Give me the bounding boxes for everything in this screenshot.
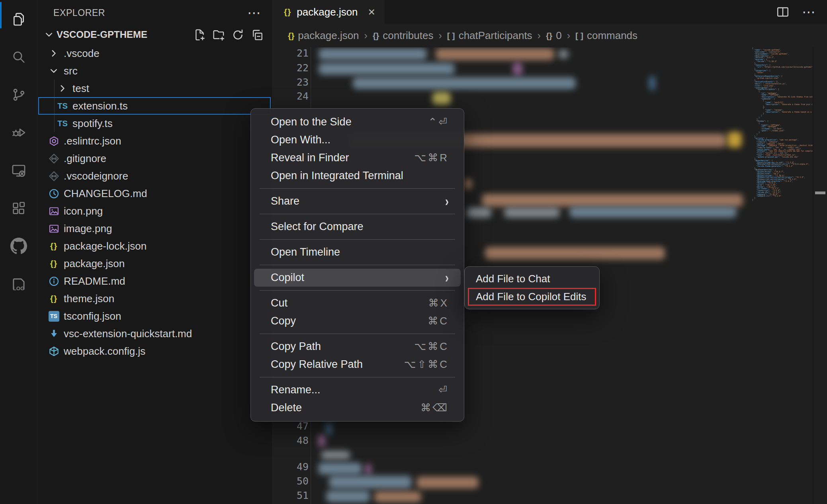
braces-icon: {} — [288, 31, 294, 41]
menu-item-open-timeline[interactable]: Open Timeline — [254, 243, 461, 261]
file-row-changelog-md[interactable]: CHANGELOG.md — [37, 185, 272, 202]
line-number: 49 — [272, 460, 309, 474]
github-icon — [10, 238, 27, 254]
activity-item-explorer[interactable] — [0, 0, 37, 38]
explorer-more-icon[interactable]: ⋯ — [247, 11, 262, 15]
menu-item-copy-path[interactable]: Copy Path⌥⌘C — [254, 338, 461, 356]
submenu-item-add-file-to-copilot-edits[interactable]: Add File to Copilot Edits — [468, 288, 596, 306]
image-file-icon — [48, 205, 60, 217]
menu-item-shortcut: ⌃⏎ — [428, 116, 449, 128]
file-row-package-json[interactable]: {}package.json — [37, 255, 272, 272]
activity-item-remote-explorer[interactable] — [0, 151, 37, 189]
activity-item-output-log[interactable]: LOG — [0, 265, 37, 303]
file-row-image-png[interactable]: image.png — [37, 220, 272, 237]
file-row-extension-ts[interactable]: TSextension.ts — [37, 97, 272, 115]
menu-item-select-for-compare[interactable]: Select for Compare — [254, 218, 461, 236]
activity-item-github[interactable] — [0, 227, 37, 265]
file-label: webpack.config.js — [64, 345, 145, 357]
file-row-theme-json[interactable]: {}theme.json — [37, 290, 272, 307]
menu-item-label: Delete — [271, 402, 302, 414]
blurred-code-blob — [467, 207, 491, 218]
blurred-code-blob — [727, 132, 742, 148]
breadcrumb-item-contributes[interactable]: {}contributes — [373, 29, 434, 42]
workspace-section-header[interactable]: VSCODE-GPTHEME — [37, 25, 272, 44]
editor-more-actions-icon[interactable]: ⋯ — [802, 10, 817, 14]
minimap[interactable]: { "name": "vscode-gptheme", "publisher":… — [751, 47, 813, 504]
new-file-button[interactable] — [194, 29, 206, 41]
menu-item-label: Open to the Side — [271, 116, 352, 128]
explorer-actions — [194, 29, 272, 41]
blurred-code-blob — [365, 464, 371, 475]
menu-item-open-in-integrated-terminal[interactable]: Open in Integrated Terminal — [254, 167, 461, 185]
activity-item-extensions[interactable] — [0, 189, 37, 227]
breadcrumb-item-package.json[interactable]: {}package.json — [288, 29, 359, 42]
explorer-title: EXPLORER — [53, 8, 105, 18]
debug-icon — [11, 125, 27, 141]
search-icon — [11, 49, 27, 65]
file-row-icon-png[interactable]: icon.png — [37, 202, 272, 220]
log-icon: LOG — [10, 275, 27, 292]
menu-item-open-to-the-side[interactable]: Open to the Side⌃⏎ — [254, 113, 461, 131]
file-row--vscode[interactable]: .vscode — [37, 45, 272, 62]
breadcrumb-label: contributes — [383, 29, 433, 42]
activity-item-run-debug[interactable] — [0, 113, 37, 151]
submenu-item-add-file-to-chat[interactable]: Add File to Chat — [467, 270, 597, 288]
activity-item-source-control[interactable] — [0, 76, 37, 113]
file-row-webpack-config-js[interactable]: webpack.config.js — [37, 342, 272, 360]
tab-package-json[interactable]: {} package.json × — [272, 0, 385, 24]
tab-bar: {} package.json × ⋯ — [272, 0, 827, 24]
file-row-tsconfig-json[interactable]: TStsconfig.json — [37, 307, 272, 325]
file-row--gitignore[interactable]: .gitignore — [37, 150, 272, 167]
file-row--eslintrc-json[interactable]: .eslintrc.json — [37, 132, 272, 150]
brackets-icon: [ ] — [447, 31, 455, 41]
blurred-code-blob — [374, 491, 421, 502]
menu-item-copy[interactable]: Copy⌘C — [254, 312, 461, 330]
new-folder-button[interactable] — [213, 29, 225, 41]
file-label: theme.json — [64, 293, 114, 305]
breadcrumb-item-chatparticipants[interactable]: [ ]chatParticipants — [447, 29, 532, 42]
menu-divider — [260, 334, 455, 334]
file-row--vscodeignore[interactable]: .vscodeignore — [37, 167, 272, 185]
menu-item-copilot[interactable]: Copilot› — [254, 269, 461, 287]
file-label: .vscodeignore — [64, 170, 128, 182]
eslint-file-icon — [48, 135, 60, 147]
json-file-icon: {} — [284, 7, 291, 17]
refresh-explorer-button[interactable] — [232, 29, 244, 41]
file-row-test[interactable]: test — [37, 80, 272, 97]
file-row-src[interactable]: src — [37, 62, 272, 80]
menu-item-delete[interactable]: Delete⌘⌫ — [254, 399, 461, 417]
breadcrumb-item-0[interactable]: {}0 — [546, 29, 562, 42]
submenu-arrow-icon: › — [445, 193, 449, 209]
menu-item-reveal-in-finder[interactable]: Reveal in Finder⌥⌘R — [254, 149, 461, 167]
menu-item-cut[interactable]: Cut⌘X — [254, 294, 461, 312]
menu-item-open-with[interactable]: Open With... — [254, 131, 461, 149]
menu-item-label: Copy Path — [271, 340, 321, 353]
file-label: README.md — [64, 275, 125, 287]
menu-item-label: Copilot — [271, 272, 304, 284]
menu-divider — [260, 239, 455, 240]
menu-divider — [260, 214, 455, 214]
file-row-spotify-ts[interactable]: TSspotify.ts — [37, 115, 272, 132]
blurred-code-blob — [319, 48, 427, 60]
file-row-vsc-extension-quickstart-md[interactable]: vsc-extension-quickstart.md — [37, 325, 272, 342]
menu-item-shortcut: ⏎ — [438, 384, 449, 396]
extensions-icon — [11, 200, 27, 216]
collapse-folders-button[interactable] — [251, 29, 263, 41]
menu-item-label: Rename... — [271, 384, 321, 396]
breadcrumb-item-commands[interactable]: [ ]commands — [575, 29, 637, 42]
menu-item-rename[interactable]: Rename...⏎ — [254, 381, 461, 399]
file-label: test — [72, 82, 89, 95]
explorer-sidebar: EXPLORER ⋯ VSCODE-GPTHEME .vscodesrctest… — [37, 0, 272, 504]
file-label: .eslintrc.json — [64, 135, 121, 147]
chevron-right-icon — [57, 82, 68, 94]
file-row-readme-md[interactable]: README.md — [37, 272, 272, 290]
tab-close-icon[interactable]: × — [366, 5, 377, 19]
scrollbar-thumb[interactable] — [815, 191, 825, 194]
activity-item-search[interactable] — [0, 38, 37, 76]
file-row-package-lock-json[interactable]: {}package-lock.json — [37, 237, 272, 255]
line-number: 22 — [272, 61, 309, 75]
menu-item-share[interactable]: Share› — [254, 192, 461, 210]
menu-item-copy-relative-path[interactable]: Copy Relative Path⌥⇧⌘C — [254, 356, 461, 373]
line-number: 23 — [272, 75, 309, 90]
split-editor-button[interactable] — [776, 5, 790, 19]
